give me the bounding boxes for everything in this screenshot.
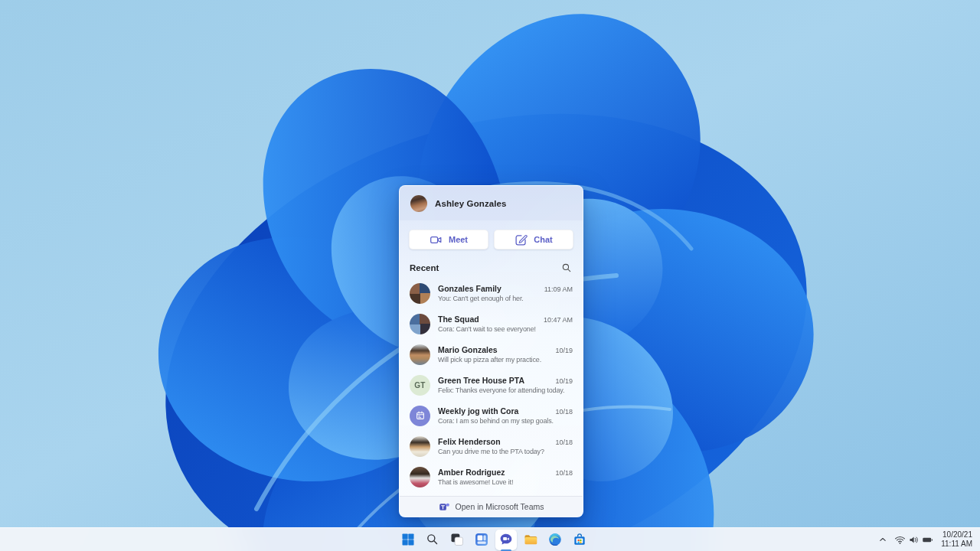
- taskbar-center: [397, 528, 590, 551]
- taskbar: 10/20/21 11:11 AM: [0, 527, 980, 551]
- chat-time: 10/18: [555, 469, 573, 477]
- chat-time: 10/18: [555, 408, 573, 416]
- chat-item-the-squad[interactable]: The Squad 10:47 AM Cora: Can't wait to s…: [400, 308, 583, 339]
- store-button[interactable]: [569, 530, 590, 550]
- recent-chat-list: Gonzales Family 11:09 AM You: Can't get …: [400, 278, 583, 496]
- chat-time: 10/19: [555, 347, 573, 354]
- chevron-up-icon: [877, 534, 888, 545]
- chat-preview: Will pick up pizza after my practice.: [438, 356, 573, 364]
- edge-button[interactable]: [544, 530, 566, 550]
- open-in-teams-button[interactable]: Open in Microsoft Teams: [400, 496, 583, 517]
- task-view-button[interactable]: [446, 530, 468, 550]
- tray-date: 10/20/21: [941, 530, 972, 540]
- start-icon: [400, 532, 416, 547]
- group-avatar: [410, 314, 430, 334]
- recent-label: Recent: [410, 263, 439, 272]
- calendar-icon: [415, 410, 426, 421]
- chat-label: Chat: [534, 235, 552, 244]
- contact-avatar: [410, 436, 430, 457]
- chat-name: Amber Rodriguez: [438, 468, 505, 477]
- flyout-actions: Meet Chat: [400, 220, 583, 249]
- contact-avatar: [410, 344, 430, 365]
- tray-time: 11:11 AM: [941, 540, 972, 549]
- teams-logo-icon: [439, 501, 450, 513]
- contact-avatar: [410, 467, 430, 487]
- tray-overflow-button[interactable]: [874, 530, 891, 550]
- meet-label: Meet: [449, 235, 468, 244]
- chat-time: 10/19: [555, 377, 573, 385]
- chat-item-felix-henderson[interactable]: Felix Henderson 10/18 Can you drive me t…: [400, 431, 583, 461]
- recent-row: Recent: [400, 249, 583, 278]
- file-explorer-icon: [523, 532, 538, 547]
- search-icon: [425, 532, 440, 547]
- chat-name: Mario Gonzales: [438, 345, 498, 354]
- chat-preview: That is awesome! Love it!: [438, 478, 573, 486]
- teams-chat-icon: [498, 532, 514, 547]
- calendar-avatar: [410, 406, 430, 426]
- chat-preview: Cora: Can't wait to see everyone!: [438, 325, 573, 333]
- system-tray-cluster-button[interactable]: [891, 530, 936, 550]
- compose-icon: [514, 233, 528, 246]
- chat-item-amber-rodriguez[interactable]: Amber Rodriguez 10/18 That is awesome! L…: [400, 461, 583, 492]
- open-in-teams-label: Open in Microsoft Teams: [456, 502, 544, 511]
- chat-name: Green Tree House PTA: [438, 376, 524, 385]
- clock[interactable]: 10/20/21 11:11 AM: [936, 530, 977, 549]
- task-view-icon: [449, 532, 465, 547]
- chat-name: Weekly jog with Cora: [438, 406, 518, 416]
- volume-icon: [908, 534, 920, 546]
- initials-avatar: GT: [410, 375, 430, 396]
- chat-time: 11:09 AM: [544, 285, 573, 293]
- user-avatar[interactable]: [410, 195, 427, 212]
- windows-desktop: Ashley Gonzales Meet Chat Recent: [0, 0, 980, 551]
- edge-icon: [547, 532, 563, 547]
- search-chats-button[interactable]: [561, 262, 572, 273]
- chat-name: Felix Henderson: [438, 437, 501, 446]
- user-name: Ashley Gonzales: [435, 199, 507, 208]
- teams-chat-flyout: Ashley Gonzales Meet Chat Recent: [399, 185, 583, 517]
- chat-item-gonzales-family[interactable]: Gonzales Family 11:09 AM You: Can't get …: [400, 278, 583, 308]
- chat-name: Gonzales Family: [438, 284, 501, 293]
- meet-button[interactable]: Meet: [409, 230, 488, 249]
- chat-item-mario-gonzales[interactable]: Mario Gonzales 10/19 Will pick up pizza …: [400, 339, 583, 370]
- battery-icon: [922, 534, 933, 546]
- chat-item-green-tree-house-pta[interactable]: GT Green Tree House PTA 10/19 Felix: Tha…: [400, 370, 583, 400]
- store-icon: [572, 532, 587, 547]
- video-camera-icon: [430, 233, 443, 246]
- new-chat-button[interactable]: Chat: [494, 230, 573, 249]
- wifi-icon: [894, 534, 906, 546]
- taskbar-tray: 10/20/21 11:11 AM: [874, 528, 977, 551]
- widgets-icon: [474, 532, 489, 547]
- start-button[interactable]: [397, 530, 419, 550]
- chat-item-weekly-jog-with-cora[interactable]: Weekly jog with Cora 10/18 Cora: I am so…: [400, 400, 583, 431]
- chat-preview: Felix: Thanks everyone for attending tod…: [438, 386, 573, 394]
- chat-preview: Cora: I am so behind on my step goals.: [438, 417, 573, 425]
- chat-time: 10/18: [555, 439, 573, 446]
- flyout-header: Ashley Gonzales: [400, 186, 583, 220]
- chat-preview: You: Can't get enough of her.: [438, 295, 573, 302]
- search-button[interactable]: [422, 530, 443, 550]
- chat-preview: Can you drive me to the PTA today?: [438, 448, 573, 455]
- chat-time: 10:47 AM: [544, 316, 573, 324]
- search-icon: [561, 262, 572, 273]
- group-avatar: [410, 283, 430, 304]
- file-explorer-button[interactable]: [520, 530, 541, 550]
- widgets-button[interactable]: [471, 530, 492, 550]
- chat-name: The Squad: [438, 315, 479, 324]
- teams-chat-taskbar-button[interactable]: [495, 530, 517, 550]
